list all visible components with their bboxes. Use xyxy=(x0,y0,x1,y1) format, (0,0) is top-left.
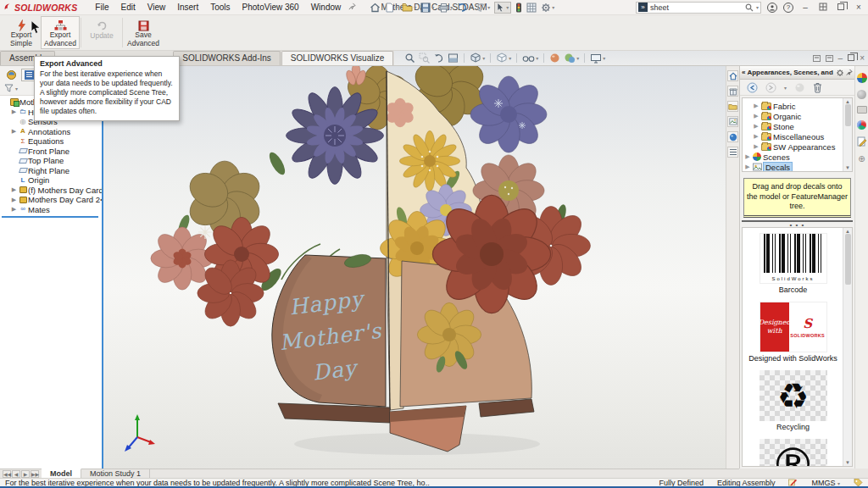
gear-icon[interactable]: ▾ xyxy=(541,3,554,13)
menu-edit[interactable]: Edit xyxy=(114,3,141,12)
graphics-viewport[interactable]: Happy Mother's Day xyxy=(103,66,726,469)
crosshair-tab-icon[interactable]: ⊕ xyxy=(858,155,865,164)
menu-photoview[interactable]: PhotoView 360 xyxy=(236,3,305,12)
model-canvas[interactable]: Happy Mother's Day xyxy=(103,66,726,469)
tab-model[interactable]: Model xyxy=(42,469,81,478)
tree-item-component-2[interactable]: ▶Mothers Day Card 2<1> (Default< xyxy=(2,195,102,205)
tree-item-origin[interactable]: LOrigin xyxy=(2,175,102,186)
menu-file[interactable]: File xyxy=(89,3,114,12)
tree-item-right-plane[interactable]: Right Plane xyxy=(2,166,102,176)
decal-item-recycling[interactable]: ♻ Recycling xyxy=(746,370,840,431)
menu-insert[interactable]: Insert xyxy=(171,3,204,12)
zoom-area-icon[interactable] xyxy=(419,53,430,64)
expander-icon[interactable]: ▶ xyxy=(10,186,18,193)
back-arrow-icon[interactable] xyxy=(747,82,758,93)
decal-item-barcode[interactable]: SolidWorks Barcode xyxy=(746,233,840,294)
tab-solidworks-addins[interactable]: SOLIDWORKS Add-Ins xyxy=(173,51,280,65)
save-icon[interactable]: ▾ xyxy=(420,3,434,13)
apply-scene-icon[interactable]: ▾ xyxy=(564,53,579,64)
scene-list-icon[interactable] xyxy=(727,147,738,158)
units-selector[interactable]: MMGS ▾ xyxy=(811,479,840,487)
restore-button[interactable] xyxy=(835,3,847,12)
expander-icon[interactable]: ▶ xyxy=(10,108,18,115)
expander-icon[interactable]: ▶ xyxy=(10,197,18,203)
gift-box-icon[interactable] xyxy=(727,86,738,97)
solidworks-resources-tab-icon[interactable] xyxy=(857,73,867,83)
design-library-tab-icon[interactable] xyxy=(857,90,866,99)
search-dropdown-icon[interactable]: ▾ xyxy=(756,4,759,10)
display-style-icon[interactable]: ▾ xyxy=(496,53,511,64)
tree-item-mates[interactable]: ▶∞Mates xyxy=(2,205,102,215)
menu-window[interactable]: Window xyxy=(305,3,348,12)
print-icon[interactable]: ▾ xyxy=(438,3,453,13)
show-panes-icon[interactable] xyxy=(826,55,833,62)
close-button[interactable]: × xyxy=(853,3,865,12)
doc-close-button[interactable]: × xyxy=(860,53,865,63)
decal-scrollbar[interactable]: ▲▼ xyxy=(843,228,852,466)
tree-item-sw-appearances[interactable]: ▶SW Appearances xyxy=(744,141,842,152)
open-folder-icon[interactable]: ▾ xyxy=(402,3,416,12)
open-project-icon[interactable] xyxy=(727,101,738,112)
export-advanced-button[interactable]: Export Advanced xyxy=(41,16,80,49)
save-advanced-button[interactable]: Save Advanced xyxy=(124,16,163,49)
custom-properties-tab-icon[interactable] xyxy=(857,136,867,148)
appearances-tab-icon[interactable] xyxy=(857,120,866,130)
pane-pin-icon[interactable] xyxy=(846,69,853,76)
tree-item-equations[interactable]: ΣEquations xyxy=(2,136,102,147)
decal-item-registered-trade-mark[interactable]: ® Registered Trade Mark xyxy=(746,439,840,467)
appearance-ball-icon[interactable] xyxy=(727,131,738,142)
edit-appearance-icon[interactable] xyxy=(549,53,560,64)
hide-show-items-icon[interactable]: ▾ xyxy=(522,53,538,64)
undo-icon[interactable]: ▾ xyxy=(457,3,471,12)
tab-solidworks-visualize[interactable]: SOLIDWORKS Visualize xyxy=(281,51,393,65)
help-icon[interactable]: ? xyxy=(783,3,793,13)
select-cursor-button[interactable]: ▾ xyxy=(494,2,511,14)
user-account-icon[interactable] xyxy=(767,3,777,13)
home-view-icon[interactable] xyxy=(727,70,738,81)
scroll-down-icon[interactable]: ▼ xyxy=(845,165,850,170)
doc-restore-button[interactable] xyxy=(848,53,854,63)
rollback-bar[interactable] xyxy=(2,216,98,218)
search-scope-icon[interactable]: » xyxy=(638,3,648,12)
forward-arrow-icon[interactable] xyxy=(765,82,776,93)
previous-view-icon[interactable] xyxy=(433,53,444,64)
menu-view[interactable]: View xyxy=(142,3,172,12)
decal-item-designed-with-solidworks[interactable]: Designed with S SOLIDWORKS Designed with… xyxy=(746,302,840,363)
tree-item-decals[interactable]: ▶Decals xyxy=(744,162,842,172)
home-icon[interactable] xyxy=(370,3,381,13)
pane-gear-icon[interactable] xyxy=(836,69,844,77)
tree-item-top-plane[interactable]: Top Plane xyxy=(2,156,102,166)
scroll-down-icon[interactable]: ▼ xyxy=(845,460,850,465)
view-settings-icon[interactable]: ▾ xyxy=(590,53,605,64)
file-explorer-tab-icon[interactable] xyxy=(857,106,867,114)
expander-icon[interactable]: ▶ xyxy=(10,206,18,213)
tree-item-fabric[interactable]: ▶Fabric xyxy=(744,101,842,111)
search-input[interactable] xyxy=(650,3,743,12)
zoom-fit-icon[interactable] xyxy=(404,53,415,64)
traffic-light-icon[interactable] xyxy=(515,3,522,13)
tab-nav-prev-icon[interactable]: ◀ xyxy=(12,470,20,478)
redo-icon[interactable]: ▾ xyxy=(476,3,490,12)
doc-minimize-button[interactable]: – xyxy=(838,53,843,63)
tree-item-annotations[interactable]: ▶AAnnotations xyxy=(2,127,102,137)
minimize-button[interactable]: – xyxy=(799,3,811,12)
image-icon[interactable] xyxy=(727,116,738,127)
options-button[interactable] xyxy=(817,3,829,13)
menu-pin-icon[interactable] xyxy=(348,3,356,12)
history-dropdown-icon[interactable]: ▾ xyxy=(784,85,787,91)
search-icon[interactable] xyxy=(745,3,754,12)
tab-nav-next-icon[interactable]: ▶ xyxy=(21,470,30,478)
update-button[interactable]: Update xyxy=(82,16,121,49)
show-featuremanager-icon[interactable] xyxy=(813,55,821,62)
section-view-icon[interactable] xyxy=(448,53,459,64)
tree-item-organic[interactable]: ▶Organic xyxy=(744,111,842,121)
trash-icon[interactable] xyxy=(813,82,822,93)
tab-nav-last-icon[interactable]: ▶▶ xyxy=(31,470,39,478)
expander-icon[interactable]: ▶ xyxy=(10,128,18,135)
appearance-sphere-icon[interactable] xyxy=(794,82,805,93)
tags-icon[interactable] xyxy=(854,479,863,487)
tree-scrollbar[interactable]: ▲▼ xyxy=(843,98,852,171)
pane-splitter-handle[interactable]: • • • xyxy=(742,220,853,227)
options-grid-icon[interactable] xyxy=(526,3,537,13)
tree-item-miscellaneous[interactable]: ▶Miscellaneous xyxy=(744,131,842,141)
